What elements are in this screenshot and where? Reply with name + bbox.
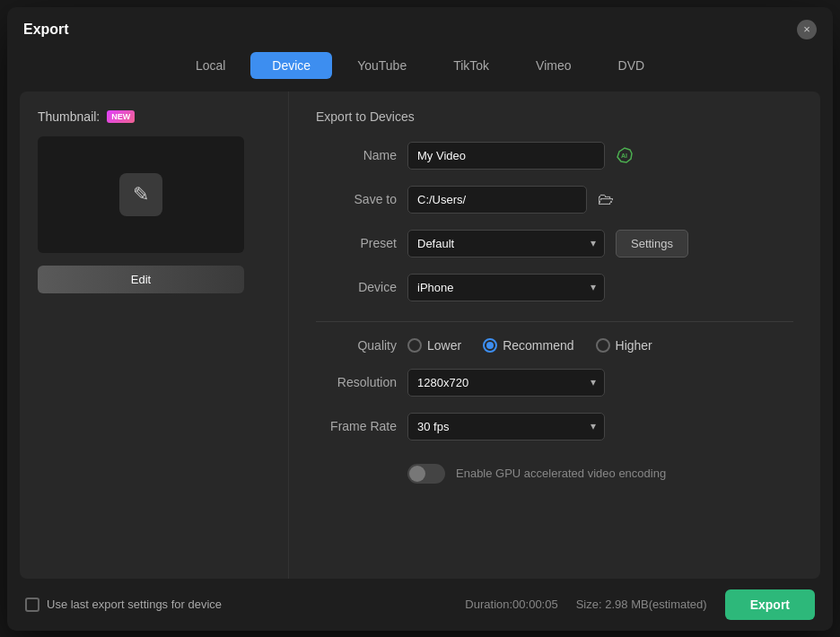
frame-rate-label: Frame Rate [316,419,397,433]
resolution-select-wrap: 1280x720 ▾ [407,369,605,397]
quality-higher-label: Higher [616,338,652,353]
device-row: Device iPhone ▾ [316,274,793,301]
resolution-select[interactable]: 1280x720 [407,369,605,397]
tab-dvd[interactable]: DVD [597,52,667,79]
quality-lower[interactable]: Lower [407,338,461,353]
edit-button[interactable]: Edit [38,266,244,293]
quality-recommend[interactable]: Recommend [483,338,573,353]
resolution-label: Resolution [316,375,397,389]
frame-rate-select-wrap: 30 fps ▾ [407,413,605,441]
size-text: Size: 2.98 MB(estimated) [576,598,707,611]
name-label: Name [316,148,397,162]
device-select[interactable]: iPhone [407,274,605,301]
footer-left: Use last export settings for device [25,598,222,612]
tab-vimeo[interactable]: Vimeo [514,52,592,79]
name-input[interactable] [407,142,605,170]
toggle-knob [409,466,425,482]
radio-recommend-dot [486,342,494,349]
gpu-toggle-row: Enable GPU accelerated video encoding [316,464,793,484]
tab-bar: Local Device YouTube TikTok Vimeo DVD [7,48,833,92]
gpu-toggle-label: Enable GPU accelerated video encoding [456,467,666,480]
thumbnail-preview: ✎ [38,136,244,253]
quality-lower-label: Lower [427,338,461,353]
quality-recommend-label: Recommend [503,338,573,353]
name-row: Name AI [316,142,793,170]
export-button[interactable]: Export [725,589,815,620]
export-dialog: Export × Local Device YouTube TikTok Vim… [7,7,833,631]
tab-youtube[interactable]: YouTube [336,52,428,79]
radio-lower-circle [407,338,422,353]
remember-settings-label: Use last export settings for device [47,598,222,611]
tab-device[interactable]: Device [250,52,332,79]
gpu-toggle[interactable] [407,464,445,484]
radio-recommend-circle [483,338,497,353]
duration-text: Duration:00:00:05 [465,598,557,611]
preset-select[interactable]: Default [407,230,605,257]
preset-row: Preset Default ▾ Settings [316,230,793,257]
quality-higher[interactable]: Higher [596,338,652,353]
dialog-body: Thumbnail: NEW ✎ Edit Export to Devices … [20,92,820,579]
folder-button[interactable]: 🗁 [598,190,614,209]
tab-local[interactable]: Local [174,52,247,79]
section-title: Export to Devices [316,109,793,124]
pencil-icon: ✎ [119,173,162,216]
dialog-footer: Use last export settings for device Dura… [7,579,833,631]
svg-text:AI: AI [621,153,627,159]
remember-settings-checkbox[interactable] [25,598,39,612]
thumbnail-label: Thumbnail: NEW [38,109,270,124]
new-badge: NEW [107,110,135,123]
divider [316,321,793,322]
save-to-input[interactable] [407,186,587,214]
left-panel: Thumbnail: NEW ✎ Edit [20,92,289,579]
quality-row: Quality Lower Recommend Higher [316,338,793,353]
tab-tiktok[interactable]: TikTok [432,52,511,79]
device-select-wrap: iPhone ▾ [407,274,605,301]
preset-select-wrap: Default ▾ [407,230,605,257]
preset-label: Preset [316,236,397,250]
settings-button[interactable]: Settings [616,230,688,257]
save-to-label: Save to [316,192,397,206]
footer-right: Duration:00:00:05 Size: 2.98 MB(estimate… [465,589,815,620]
ai-icon[interactable]: AI [616,146,634,164]
device-label: Device [316,280,397,294]
radio-higher-circle [596,338,610,353]
right-panel: Export to Devices Name AI Save to 🗁 [289,92,820,579]
frame-rate-select[interactable]: 30 fps [407,413,605,441]
save-to-row: Save to 🗁 [316,186,793,214]
frame-rate-row: Frame Rate 30 fps ▾ [316,413,793,441]
quality-label: Quality [316,338,397,353]
resolution-row: Resolution 1280x720 ▾ [316,369,793,397]
dialog-title: Export [23,22,69,38]
close-button[interactable]: × [797,20,817,39]
dialog-header: Export × [7,7,833,48]
quality-radio-group: Lower Recommend Higher [407,338,652,353]
